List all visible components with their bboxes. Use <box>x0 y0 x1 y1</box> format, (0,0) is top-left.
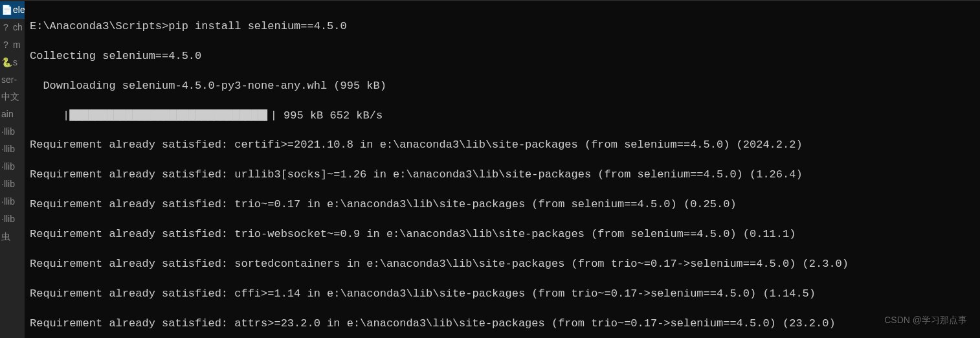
terminal-prompt-line: E:\Anaconda3\Scripts>pip install seleniu… <box>30 19 975 34</box>
sidebar-item[interactable]: ser- <box>0 71 25 89</box>
terminal-line: Requirement already satisfied: cffi>=1.1… <box>30 287 975 302</box>
sidebar-item-label: ain <box>1 108 14 120</box>
progress-bar: ███████████████████████████████▌ <box>69 109 270 122</box>
sidebar-item-label: m <box>13 39 21 51</box>
terminal-line: Collecting selenium==4.5.0 <box>30 49 975 64</box>
sidebar-item-label: ·llib <box>1 178 15 190</box>
terminal-prompt: E:\Anaconda3\Scripts> <box>30 20 168 32</box>
sidebar-item[interactable]: 虫 <box>0 228 25 245</box>
sidebar-item[interactable]: 中文 <box>0 88 25 106</box>
sidebar-item-label: ·llib <box>1 213 15 225</box>
sidebar-item[interactable]: 🐍 s <box>0 54 25 71</box>
sidebar-item-label: 虫 <box>1 231 10 243</box>
sidebar-item[interactable]: ? ch <box>0 19 25 36</box>
terminal-line: Requirement already satisfied: trio~=0.1… <box>30 197 975 212</box>
file-icon: ? <box>1 21 10 34</box>
terminal-command: pip install selenium==4.5.0 <box>168 20 346 32</box>
sidebar-item[interactable]: ? m <box>0 36 25 54</box>
file-icon: ? <box>1 39 10 51</box>
sidebar-item-label: 中文 <box>1 91 19 103</box>
sidebar-item[interactable]: ·llib <box>0 193 25 210</box>
sidebar-item[interactable]: ·llib <box>0 123 25 141</box>
progress-suffix: | 995 kB 652 kB/s <box>271 109 383 122</box>
sidebar-item-label: s <box>13 56 17 69</box>
sidebar-item-label: ch <box>13 21 23 34</box>
sidebar-item-label: ·llib <box>1 126 15 138</box>
terminal-line: Requirement already satisfied: trio-webs… <box>30 227 975 242</box>
terminal-line: Requirement already satisfied: urllib3[s… <box>30 168 975 183</box>
sidebar-item[interactable]: ·llib <box>0 158 25 175</box>
editor-sidebar: 📄 elen ? ch ? m 🐍 s ser- 中文 ain ·llib ·l… <box>0 0 25 338</box>
terminal-line: Requirement already satisfied: certifi>=… <box>30 138 975 153</box>
sidebar-item-label: ·llib <box>1 196 15 208</box>
sidebar-item[interactable]: ·llib <box>0 210 25 228</box>
sidebar-item-label: ser- <box>1 74 17 86</box>
sidebar-item[interactable]: ·llib <box>0 141 25 158</box>
terminal-line: Downloading selenium-4.5.0-py3-none-any.… <box>30 79 975 94</box>
terminal-line: Requirement already satisfied: attrs>=23… <box>30 317 975 332</box>
python-icon: 🐍 <box>1 56 10 69</box>
terminal-output[interactable]: E:\Anaconda3\Scripts>pip install seleniu… <box>25 0 980 338</box>
sidebar-item-label: elen <box>13 4 25 16</box>
sidebar-item[interactable]: 📄 elen <box>0 1 25 19</box>
sidebar-item[interactable]: ·llib <box>0 175 25 193</box>
sidebar-item[interactable]: ain <box>0 106 25 123</box>
terminal-progress-line: |███████████████████████████████▌| 995 k… <box>30 109 975 124</box>
watermark-text: CSDN @学习那点事 <box>884 314 967 326</box>
file-icon: 📄 <box>1 4 10 16</box>
progress-prefix: | <box>30 109 69 122</box>
terminal-line: Requirement already satisfied: sortedcon… <box>30 257 975 272</box>
sidebar-item-label: ·llib <box>1 143 15 155</box>
sidebar-item-label: ·llib <box>1 161 15 173</box>
